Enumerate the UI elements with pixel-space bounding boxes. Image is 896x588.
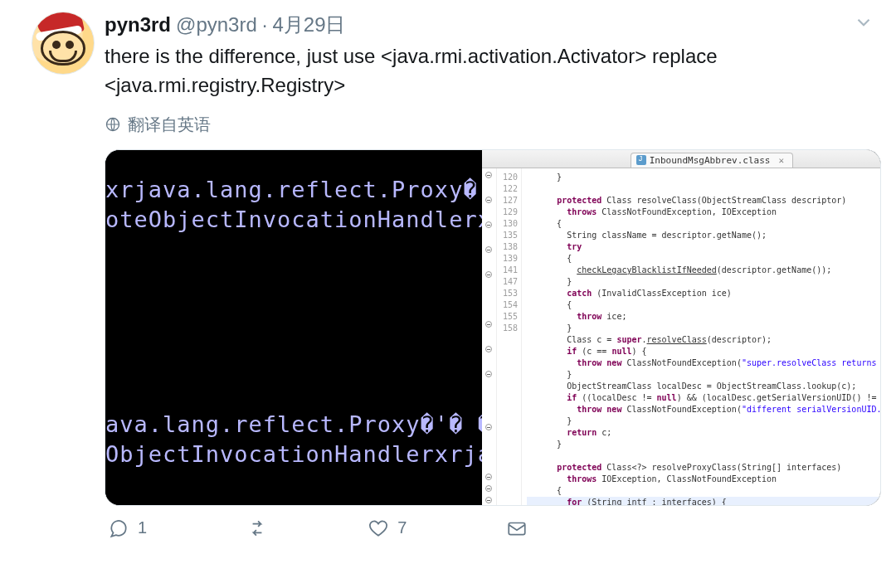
tweet-text: there is the difference, just use <java.… xyxy=(105,42,881,100)
avatar-wrap[interactable] xyxy=(32,12,95,547)
retweet-icon xyxy=(246,518,268,539)
translate-label: 翻译自英语 xyxy=(128,114,211,136)
svg-rect-1 xyxy=(509,522,526,534)
more-button[interactable] xyxy=(853,12,881,39)
code-area: } protected Class resolveClass(ObjectStr… xyxy=(522,168,881,505)
terminal-panel: xrjava.lang.reflect.Proxy�'� � oteObject… xyxy=(105,150,482,505)
ide-tab-label: InboundMsgAbbrev.class xyxy=(650,155,771,166)
ide-tabbar: InboundMsgAbbrev.class ✕ xyxy=(482,150,881,168)
tweet-actions: 1 7 xyxy=(105,506,881,547)
tweet-date[interactable]: 4月29日 xyxy=(272,13,345,37)
translate-link[interactable]: 翻译自英语 xyxy=(105,114,881,136)
ide-editor: 120 122 127 129 130 135 138 139 141 147 … xyxy=(482,168,881,505)
close-icon[interactable]: ✕ xyxy=(778,155,784,166)
tweet: pyn3rd @pyn3rd · 4月29日 there is the diff… xyxy=(0,0,896,551)
reply-count: 1 xyxy=(138,518,147,537)
handle[interactable]: @pyn3rd xyxy=(176,13,257,37)
share-icon xyxy=(506,518,528,539)
fold-column[interactable] xyxy=(482,168,497,505)
chevron-down-icon xyxy=(853,12,874,33)
java-file-icon xyxy=(636,155,646,165)
attached-media[interactable]: xrjava.lang.reflect.Proxy�'� � oteObject… xyxy=(105,149,881,506)
retweet-button[interactable] xyxy=(246,518,268,539)
reply-icon xyxy=(108,518,129,539)
heart-icon xyxy=(368,518,389,539)
tweet-header: pyn3rd @pyn3rd · 4月29日 xyxy=(105,12,881,39)
separator: · xyxy=(262,13,268,37)
like-count: 7 xyxy=(397,518,407,537)
reply-button[interactable]: 1 xyxy=(108,518,147,539)
display-name[interactable]: pyn3rd xyxy=(105,13,171,37)
share-button[interactable] xyxy=(506,518,528,539)
tweet-content: pyn3rd @pyn3rd · 4月29日 there is the diff… xyxy=(105,12,881,547)
line-gutter: 120 122 127 129 130 135 138 139 141 147 … xyxy=(497,168,522,505)
ide-tab[interactable]: InboundMsgAbbrev.class ✕ xyxy=(631,153,793,168)
globe-icon xyxy=(105,116,121,133)
like-button[interactable]: 7 xyxy=(368,518,407,539)
avatar[interactable] xyxy=(32,12,95,75)
ide-panel: InboundMsgAbbrev.class ✕ 120 122 127 129… xyxy=(482,150,881,505)
